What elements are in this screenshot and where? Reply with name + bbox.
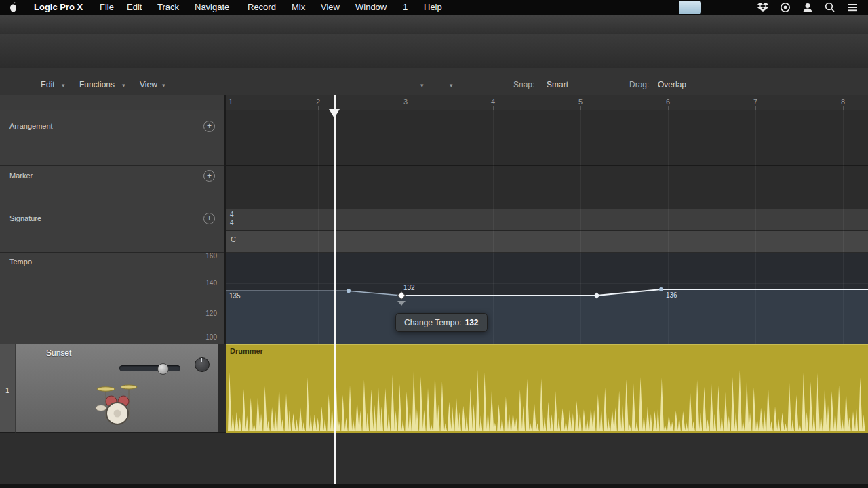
pan-knob[interactable]: [195, 357, 210, 372]
bar-gridline: [406, 110, 406, 344]
drummer-waveform: [226, 345, 868, 433]
command-tool-chevron-icon[interactable]: ▾: [450, 82, 453, 89]
ruler-bar-number: 7: [753, 98, 757, 106]
key-signature-lane[interactable]: C: [226, 231, 868, 253]
ruler-bar-number: 1: [229, 98, 233, 106]
track-header-seam: [218, 344, 226, 433]
bar-gridline: [843, 110, 844, 344]
menubar-app-icon[interactable]: [679, 1, 701, 14]
tooltip-label: Change Tempo:: [404, 318, 462, 327]
bar-gridline: [231, 110, 231, 344]
drummer-region[interactable]: Drummer: [226, 344, 868, 434]
bar-gridline: [318, 110, 319, 344]
row-separator: [226, 230, 868, 231]
menu-item-view[interactable]: View: [321, 2, 340, 12]
bar-gridline: [755, 110, 756, 344]
row-separator: [226, 252, 868, 253]
signature-lane[interactable]: 4 4: [226, 209, 868, 231]
tempo-point-label: 135: [229, 292, 241, 300]
volume-slider-knob[interactable]: [157, 363, 169, 375]
spotlight-icon[interactable]: [824, 2, 836, 13]
ruler-bar-number: 2: [316, 98, 320, 106]
track-name[interactable]: Sunset: [46, 348, 71, 358]
tempo-scale-value: 140: [199, 279, 217, 287]
tempo-lane[interactable]: [226, 253, 868, 344]
menu-item-help[interactable]: Help: [424, 2, 442, 12]
key-signature-value: C: [231, 235, 236, 243]
user-icon[interactable]: [802, 2, 814, 13]
tempo-point-label: 132: [403, 284, 415, 291]
tooltip-value: 132: [465, 318, 479, 327]
track-number-strip[interactable]: 1: [0, 344, 16, 433]
pan-knob-indicator: [201, 358, 202, 362]
tempo-scale-value: 100: [199, 333, 217, 341]
bar-gridline: [668, 110, 669, 344]
bar-gridline: [580, 110, 581, 344]
empty-track-area[interactable]: [0, 433, 868, 484]
menu-item-record[interactable]: Record: [248, 2, 276, 12]
tempo-gridline: [226, 283, 868, 284]
row-separator: [226, 209, 868, 209]
volume-slider[interactable]: [119, 365, 180, 371]
change-tempo-tooltip: Change Tempo:132: [395, 313, 488, 332]
bar-gridline: [493, 110, 494, 344]
track-number: 1: [0, 386, 15, 394]
drummer-track-image: [94, 380, 141, 428]
dropbox-icon[interactable]: [757, 2, 769, 13]
ruler-bar-number: 8: [841, 98, 845, 106]
ruler-bar-number: 3: [403, 98, 408, 106]
ruler-bar-number: 4: [491, 98, 495, 106]
tempo-track-row[interactable]: Tempo 160140120100: [0, 253, 224, 344]
menu-list-icon[interactable]: [846, 2, 859, 13]
pointer-tool-chevron-icon[interactable]: ▾: [420, 82, 424, 89]
tempo-scale-value: 120: [199, 310, 217, 317]
bottom-strip: [0, 484, 868, 488]
tempo-point-label: 136: [666, 291, 677, 299]
drag-label: Drag:: [629, 80, 649, 89]
record-circle-icon[interactable]: [779, 2, 791, 13]
menu-item-mix[interactable]: Mix: [292, 2, 305, 12]
tempo-gridline: [226, 314, 868, 314]
track-header[interactable]: Sunset M S: [16, 344, 218, 433]
ruler-bar-number: 6: [666, 98, 670, 106]
playhead-marker[interactable]: [329, 109, 340, 118]
menu-item-window[interactable]: Window: [355, 2, 387, 12]
menu-item-1[interactable]: 1: [403, 2, 408, 12]
ruler-bar-number: 5: [578, 98, 583, 106]
playhead[interactable]: [334, 95, 336, 484]
snap-label: Snap:: [513, 80, 534, 89]
snap-dropdown[interactable]: Smart: [547, 80, 568, 89]
tempo-scale-value: 160: [199, 252, 217, 260]
drag-dropdown[interactable]: Overlap: [658, 80, 686, 89]
logic-pro-window: Logic Pro X FileEditTrackNavigateRecordM…: [0, 0, 868, 488]
row-separator: [226, 165, 868, 166]
